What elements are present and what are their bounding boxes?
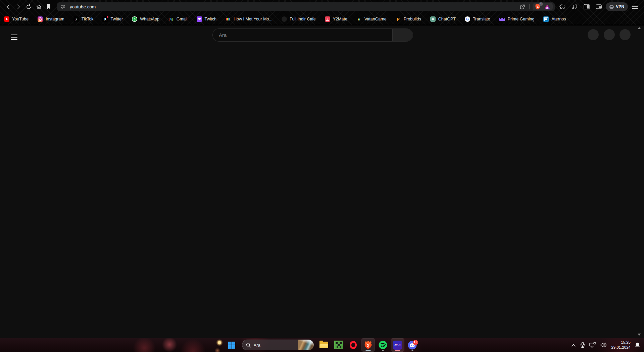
brave-shield-icon[interactable]: 1 xyxy=(535,4,541,10)
opera-icon xyxy=(350,341,357,349)
media-control-icon[interactable] xyxy=(570,2,579,11)
taskbar-app-opera[interactable] xyxy=(347,338,360,352)
vpn-button[interactable]: VPN xyxy=(606,2,628,11)
youtube-icon xyxy=(4,16,9,22)
twitter-x-icon xyxy=(102,16,108,22)
back-button[interactable] xyxy=(4,2,13,11)
bookmark-whatsapp[interactable]: 3WhatsApp xyxy=(132,16,159,22)
bookmark-tiktok[interactable]: TikTok xyxy=(73,16,94,22)
masthead-skeleton-circle xyxy=(604,29,615,40)
bookmark-primegaming[interactable]: Prime Gaming xyxy=(499,17,535,21)
generic-favicon xyxy=(282,16,287,22)
bookmark-himym[interactable]: How I Met Your Mo... xyxy=(226,17,273,21)
discord-badge: 9+ xyxy=(413,340,418,345)
home-button[interactable] xyxy=(34,2,43,11)
bookmark-icon[interactable] xyxy=(44,2,53,11)
windows-taskbar: NFS 9+ xyxy=(0,338,644,352)
aternos-icon xyxy=(543,16,549,22)
reload-button[interactable] xyxy=(24,2,33,11)
scrollbar-up-arrow[interactable] xyxy=(638,27,641,29)
bookmark-youtube[interactable]: YouTube xyxy=(4,16,29,22)
bookmarks-bar: YouTube Instagram TikTok Twitter 3WhatsA… xyxy=(0,13,644,25)
address-bar[interactable]: youtube.com 1 xyxy=(57,2,555,11)
youtube-search-button[interactable] xyxy=(392,29,413,41)
toolbar-right-cluster: VPN xyxy=(557,2,641,11)
running-indicator xyxy=(365,350,371,351)
scrollbar-down-arrow[interactable] xyxy=(638,334,641,336)
file-explorer-icon xyxy=(319,342,328,348)
vpn-status-icon xyxy=(609,5,614,9)
discord-icon: 9+ xyxy=(408,341,417,350)
clock[interactable]: 15:25 29.01.2024 xyxy=(611,340,631,350)
browser-toolbar: youtube.com 1 xyxy=(0,0,644,13)
clock-time: 15:25 xyxy=(611,340,631,345)
share-icon[interactable] xyxy=(517,4,528,10)
running-indicator xyxy=(382,350,384,351)
taskbar-app-brave[interactable] xyxy=(361,338,375,352)
bookmark-y2mate[interactable]: Y2Mate xyxy=(325,16,347,22)
tiktok-icon xyxy=(73,16,79,22)
taskbar-app-minecraft[interactable] xyxy=(332,338,345,352)
vatangame-icon xyxy=(356,16,362,22)
minecraft-creeper-icon xyxy=(334,341,343,349)
url-text[interactable]: youtube.com xyxy=(70,4,517,9)
bookmark-gmail[interactable]: Gmail xyxy=(168,16,188,22)
google-translate-icon xyxy=(465,16,470,22)
masthead-skeleton-circle xyxy=(620,29,631,40)
volume-icon[interactable] xyxy=(600,342,607,348)
clock-date: 29.01.2024 xyxy=(611,345,631,350)
browser-menu-icon[interactable] xyxy=(630,2,640,11)
brave-badges-group: 1 xyxy=(533,3,553,10)
probuilds-icon xyxy=(396,16,401,22)
spotify-icon xyxy=(379,341,387,349)
bookmark-probuilds[interactable]: Probuilds xyxy=(396,16,421,22)
bookmark-fullindircafe[interactable]: Full İndir Cafe xyxy=(282,16,316,22)
bookmark-translate[interactable]: Translate xyxy=(465,16,490,22)
taskbar-app-explorer[interactable] xyxy=(317,338,331,352)
site-settings-icon[interactable] xyxy=(60,4,66,9)
extensions-icon[interactable] xyxy=(558,2,567,11)
start-button[interactable] xyxy=(225,338,239,352)
crown-icon xyxy=(499,17,505,21)
bookmark-twitch[interactable]: Twitch xyxy=(197,16,216,22)
taskbar-app-discord[interactable]: 9+ xyxy=(406,338,419,352)
windows-logo-icon xyxy=(228,342,235,349)
instagram-icon xyxy=(38,16,43,22)
youtube-searchbox[interactable] xyxy=(212,28,413,42)
tv-icon xyxy=(226,17,231,21)
bookmark-chatgpt[interactable]: ChatGPT xyxy=(430,16,456,22)
chatgpt-icon xyxy=(430,16,436,22)
system-tray: 15:25 29.01.2024 xyxy=(571,338,644,352)
masthead-skeleton-circle xyxy=(588,29,599,40)
youtube-search-input[interactable] xyxy=(213,29,392,41)
gmail-icon xyxy=(168,16,174,22)
hidden-icons-chevron[interactable] xyxy=(571,344,576,347)
download-icon xyxy=(325,16,330,22)
toolbar-separator xyxy=(529,4,530,9)
running-indicator xyxy=(395,350,400,351)
bookmark-twitter[interactable]: Twitter xyxy=(102,16,123,22)
bookmark-instagram[interactable]: Instagram xyxy=(38,16,64,22)
youtube-page xyxy=(0,25,644,338)
nfs-icon: NFS xyxy=(393,341,402,350)
twitch-icon xyxy=(197,16,202,22)
taskbar-app-nfs[interactable]: NFS xyxy=(391,338,404,352)
shield-counter-badge: 1 xyxy=(539,2,543,6)
search-highlight-image[interactable] xyxy=(298,340,314,350)
bookmark-vatangame[interactable]: VatanGame xyxy=(356,16,387,22)
whatsapp-icon: 3 xyxy=(132,16,137,22)
brave-rewards-icon[interactable] xyxy=(544,4,550,10)
forward-button[interactable] xyxy=(14,2,23,11)
network-icon[interactable] xyxy=(589,342,596,348)
wallet-icon[interactable] xyxy=(594,2,603,11)
brave-icon xyxy=(364,341,372,349)
taskbar-search-box[interactable] xyxy=(242,340,314,350)
guide-menu-button[interactable] xyxy=(7,31,21,44)
notification-bell-icon[interactable] xyxy=(635,342,640,348)
taskbar-search-input[interactable] xyxy=(254,343,298,348)
bookmark-aternos[interactable]: Aternos xyxy=(543,16,566,22)
taskbar-app-spotify[interactable] xyxy=(376,338,390,352)
sidebar-icon[interactable] xyxy=(582,2,591,11)
microphone-icon[interactable] xyxy=(580,342,585,348)
search-icon xyxy=(246,343,251,348)
